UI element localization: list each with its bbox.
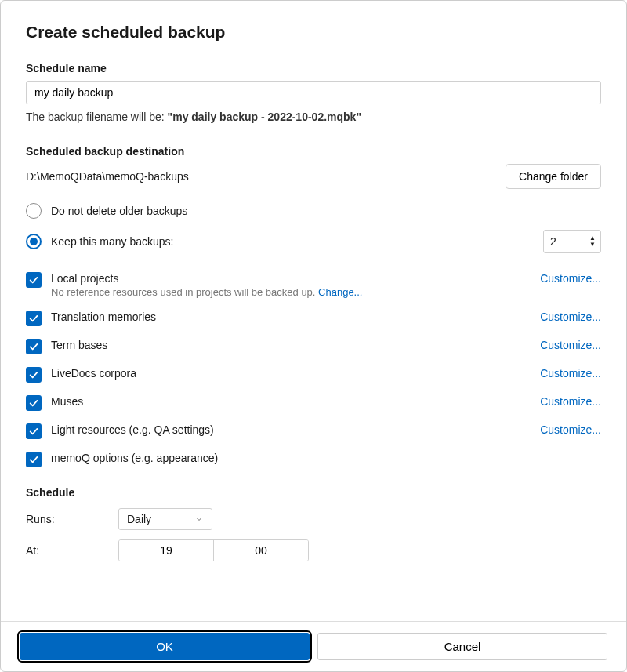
- customize-link[interactable]: Customize...: [540, 367, 601, 380]
- schedule-name-label: Schedule name: [26, 62, 601, 74]
- time-input-group: [118, 539, 309, 561]
- check-muses: Muses Customize...: [26, 395, 601, 411]
- runs-value: Daily: [127, 513, 151, 525]
- radio-no-delete[interactable]: Do not delete older backups: [26, 203, 601, 219]
- check-local-projects: Local projects No reference resources us…: [26, 272, 601, 298]
- checkbox-icon[interactable]: [26, 452, 42, 467]
- dialog-footer: OK Cancel: [1, 621, 626, 671]
- check-memoq-options: memoQ options (e.g. appearance): [26, 452, 601, 467]
- check-label: LiveDocs corpora: [51, 367, 136, 380]
- destination-label: Scheduled backup destination: [26, 145, 601, 158]
- radio-keep-many[interactable]: Keep this many backups: 2 ▲ ▼: [26, 230, 601, 253]
- hours-input[interactable]: [119, 540, 213, 561]
- filename-hint-prefix: The backup filename will be:: [26, 111, 168, 123]
- backup-count-spinner[interactable]: 2 ▲ ▼: [543, 230, 601, 253]
- ok-button[interactable]: OK: [20, 633, 310, 660]
- check-label: Muses: [51, 395, 83, 408]
- runs-select[interactable]: Daily: [118, 508, 212, 530]
- checkbox-icon[interactable]: [26, 367, 42, 383]
- schedule-section: Schedule Runs: Daily At:: [26, 486, 601, 561]
- backup-count-value: 2: [544, 232, 589, 251]
- checkbox-icon[interactable]: [26, 272, 42, 288]
- chevron-down-icon: [194, 514, 204, 524]
- check-label: Local projects: [51, 272, 362, 285]
- runs-label: Runs:: [26, 513, 118, 525]
- customize-link[interactable]: Customize...: [540, 311, 601, 323]
- at-label: At:: [26, 544, 118, 557]
- filename-hint-value: "my daily backup - 2022-10-02.mqbk": [168, 111, 362, 123]
- cancel-button[interactable]: Cancel: [317, 633, 607, 660]
- dialog-title: Create scheduled backup: [26, 23, 601, 42]
- check-label: Translation memories: [51, 311, 156, 323]
- check-term-bases: Term bases Customize...: [26, 339, 601, 354]
- minutes-input[interactable]: [214, 540, 308, 561]
- check-subtext: No reference resources used in projects …: [51, 286, 362, 298]
- checkbox-icon[interactable]: [26, 311, 42, 326]
- destination-path: D:\MemoQData\memoQ-backups: [26, 170, 189, 183]
- destination-row: D:\MemoQData\memoQ-backups Change folder: [26, 164, 601, 189]
- customize-link[interactable]: Customize...: [540, 423, 601, 436]
- schedule-heading: Schedule: [26, 486, 601, 499]
- radio-icon-checked: [26, 234, 42, 249]
- customize-link[interactable]: Customize...: [540, 339, 601, 351]
- schedule-runs-row: Runs: Daily: [26, 508, 601, 530]
- check-translation-memories: Translation memories Customize...: [26, 311, 601, 326]
- check-label: memoQ options (e.g. appearance): [51, 452, 218, 464]
- check-livedocs-corpora: LiveDocs corpora Customize...: [26, 367, 601, 383]
- schedule-at-row: At:: [26, 539, 601, 561]
- filename-hint: The backup filename will be: "my daily b…: [26, 111, 601, 123]
- checkbox-icon[interactable]: [26, 423, 42, 439]
- checkbox-icon[interactable]: [26, 339, 42, 354]
- dialog-content: Create scheduled backup Schedule name Th…: [1, 1, 626, 621]
- radio-keep-many-label: Keep this many backups:: [51, 235, 173, 248]
- check-light-resources: Light resources (e.g. QA settings) Custo…: [26, 423, 601, 439]
- check-label: Term bases: [51, 339, 107, 351]
- radio-no-delete-label: Do not delete older backups: [51, 205, 187, 217]
- check-label: Light resources (e.g. QA settings): [51, 423, 214, 436]
- backup-items-group: Local projects No reference resources us…: [26, 272, 601, 467]
- dialog: Create scheduled backup Schedule name Th…: [0, 0, 627, 672]
- customize-link[interactable]: Customize...: [540, 272, 601, 285]
- schedule-name-input[interactable]: [26, 81, 601, 104]
- checkbox-icon[interactable]: [26, 395, 42, 411]
- change-folder-button[interactable]: Change folder: [506, 164, 601, 189]
- customize-link[interactable]: Customize...: [540, 395, 601, 408]
- spinner-down-icon[interactable]: ▼: [589, 242, 596, 248]
- radio-icon-unchecked: [26, 203, 42, 219]
- change-link[interactable]: Change...: [318, 286, 362, 298]
